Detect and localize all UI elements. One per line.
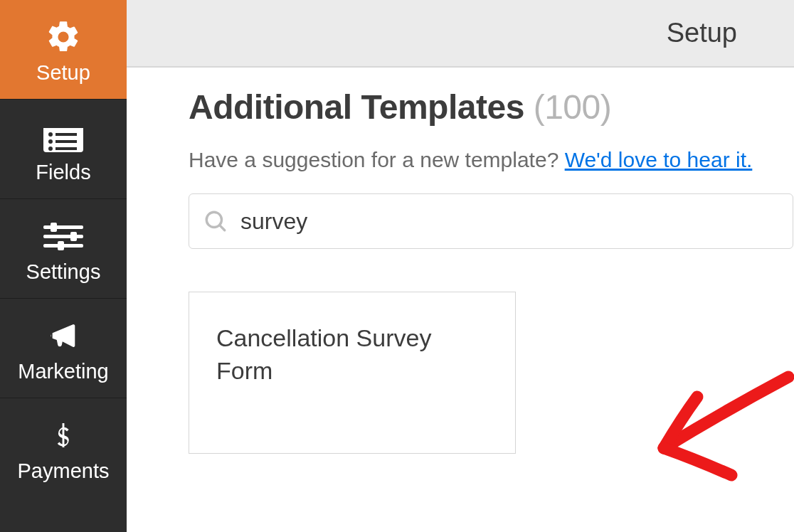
template-search[interactable] bbox=[189, 193, 793, 249]
svg-rect-1 bbox=[43, 121, 83, 128]
svg-point-2 bbox=[48, 132, 53, 137]
sidebar-item-label: Fields bbox=[36, 162, 90, 183]
sidebar-item-settings[interactable]: Settings bbox=[0, 199, 127, 299]
sidebar-item-marketing[interactable]: Marketing bbox=[0, 299, 127, 398]
megaphone-icon bbox=[42, 317, 85, 354]
topbar: Setup bbox=[127, 0, 794, 68]
search-icon bbox=[203, 209, 228, 233]
sidebar-item-setup[interactable]: Setup bbox=[0, 0, 127, 100]
sliders-icon bbox=[42, 218, 85, 255]
svg-rect-12 bbox=[70, 232, 77, 241]
sidebar-item-payments[interactable]: Payments bbox=[0, 398, 127, 497]
search-input[interactable] bbox=[228, 208, 778, 235]
page-title: Setup bbox=[667, 18, 737, 48]
sidebar-item-label: Marketing bbox=[18, 361, 108, 382]
svg-rect-9 bbox=[43, 235, 83, 238]
svg-rect-11 bbox=[51, 223, 57, 232]
main-content: Additional Templates (100) Have a sugges… bbox=[127, 68, 794, 532]
svg-line-16 bbox=[220, 225, 225, 230]
sidebar-item-label: Settings bbox=[26, 262, 101, 282]
annotation-arrow-icon bbox=[639, 368, 794, 489]
heading-count: (100) bbox=[534, 88, 612, 126]
svg-rect-5 bbox=[55, 140, 77, 143]
svg-point-4 bbox=[48, 139, 53, 144]
template-card[interactable]: Cancellation Survey Form bbox=[189, 292, 516, 454]
sidebar: Setup Fields Settings bbox=[0, 0, 127, 532]
dollar-icon bbox=[42, 417, 85, 454]
form-fields-icon bbox=[42, 118, 85, 155]
suggestion-link[interactable]: We'd love to hear it. bbox=[565, 148, 753, 171]
section-heading: Additional Templates (100) bbox=[189, 87, 794, 127]
svg-rect-3 bbox=[55, 133, 77, 136]
sidebar-item-fields[interactable]: Fields bbox=[0, 100, 127, 199]
gear-icon bbox=[42, 18, 85, 55]
svg-rect-7 bbox=[55, 147, 77, 150]
template-card-title: Cancellation Survey Form bbox=[216, 322, 488, 388]
svg-rect-13 bbox=[58, 241, 64, 250]
suggestion-text: Have a suggestion for a new template? We… bbox=[189, 148, 794, 172]
svg-rect-8 bbox=[43, 225, 83, 229]
heading-text: Additional Templates bbox=[189, 88, 524, 126]
sidebar-item-label: Payments bbox=[18, 461, 110, 482]
svg-point-6 bbox=[48, 147, 53, 151]
sidebar-item-label: Setup bbox=[36, 63, 90, 83]
svg-rect-14 bbox=[63, 423, 65, 447]
